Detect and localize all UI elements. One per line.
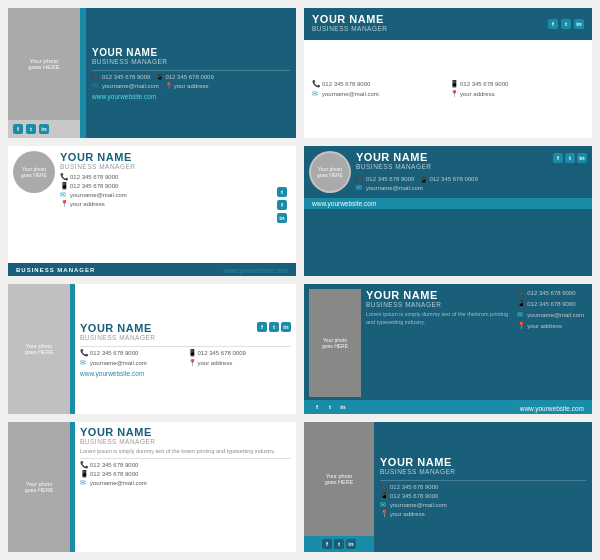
name-3: YOUR NAME	[60, 151, 273, 163]
photo-6: Your photogoes HERE	[309, 289, 361, 397]
name-1: YOUR NAME	[92, 47, 290, 58]
phone1-2: 012 345 678 9000	[322, 81, 370, 87]
lorem-7: Lorem ipsum is simply dummy text of the …	[80, 448, 291, 456]
phone2-8: 012 345 678 9000	[390, 493, 438, 499]
phone2-3: 012 345 678 9000	[70, 183, 118, 189]
photo-4: Your photogoes HERE	[309, 151, 351, 193]
name-7: YOUR NAME	[80, 426, 291, 438]
website-1: www.yourwebsite.com	[92, 93, 290, 100]
facebook-icon-4[interactable]: f	[553, 153, 563, 163]
phone2-1: 012 345 678 0009	[165, 74, 213, 80]
website-3: www.yourwebsite.com	[224, 267, 288, 274]
card-5: Your photogoes HERE YOUR NAME BUSINESS M…	[8, 284, 296, 414]
title-6: BUSINESS MANAGER	[366, 301, 514, 308]
address-2: your address	[460, 91, 495, 97]
facebook-icon-6[interactable]: f	[312, 402, 322, 412]
phone1-4: 012 345 678 9000	[366, 176, 414, 182]
card-4: Your photogoes HERE YOUR NAME BUSINESS M…	[304, 146, 592, 276]
linkedin-icon-1[interactable]: in	[39, 124, 49, 134]
title-4: BUSINESS MANAGER	[356, 163, 432, 170]
twitter-icon-1[interactable]: t	[26, 124, 36, 134]
address-6: your address	[527, 323, 562, 329]
linkedin-icon-3[interactable]: in	[277, 213, 287, 223]
address-1: your address	[174, 83, 209, 89]
title-5: BUSINESS MANAGER	[80, 334, 156, 341]
phone2-6: 012 345 678 9000	[527, 301, 575, 307]
email-2: yourname@mail.com	[322, 91, 379, 97]
facebook-icon-8[interactable]: f	[322, 539, 332, 549]
title-7: BUSINESS MANAGER	[80, 438, 291, 445]
address-5: your address	[198, 360, 233, 366]
address-8: your address	[390, 511, 425, 517]
card-6: Your photogoes HERE YOUR NAME BUSINESS M…	[304, 284, 592, 414]
facebook-icon-5[interactable]: f	[257, 322, 267, 332]
phone1-1: 012 345 678 9000	[102, 74, 150, 80]
phone1-7: 012 345 678 9000	[90, 462, 138, 468]
linkedin-icon-2[interactable]: in	[574, 19, 584, 29]
phone1-6: 012 345 678 9000	[527, 290, 575, 296]
name-8: YOUR NAME	[380, 456, 586, 468]
phone2-2: 012 345 678 9000	[460, 81, 508, 87]
address-3: your address	[70, 201, 105, 207]
linkedin-icon-5[interactable]: in	[281, 322, 291, 332]
card-7: Your photogoes HERE YOUR NAME BUSINESS M…	[8, 422, 296, 552]
photo-1: Your photogoes HERE	[8, 8, 80, 120]
linkedin-icon-6[interactable]: in	[338, 402, 348, 412]
name-5: YOUR NAME	[80, 322, 156, 334]
twitter-icon-6[interactable]: t	[325, 402, 335, 412]
card-grid: Your photogoes HERE f t in YOUR NAME BUS…	[0, 0, 600, 560]
twitter-icon-2[interactable]: t	[561, 19, 571, 29]
email-8: yourname@mail.com	[390, 502, 447, 508]
phone1-5: 012 345 678 9000	[90, 350, 138, 356]
title-1: BUSINESS MANAGER	[92, 58, 290, 65]
card-2: YOUR NAME BUSINESS MANAGER f t in 📞012 3…	[304, 8, 592, 138]
card-3: Your photogoes HERE YOUR NAME BUSINESS M…	[8, 146, 296, 276]
phone1-8: 012 345 678 9000	[390, 484, 438, 490]
facebook-icon-1[interactable]: f	[13, 124, 23, 134]
phone2-5: 012 345 678 0009	[198, 350, 246, 356]
photo-7: Your photogoes HERE	[8, 422, 70, 552]
phone1-3: 012 345 678 9000	[70, 174, 118, 180]
twitter-icon-3[interactable]: t	[277, 187, 287, 197]
lorem-6: Lorem ipsum is simply dummy text of the …	[366, 311, 514, 326]
email-4: yourname@mail.com	[366, 185, 423, 191]
name-2: YOUR NAME	[312, 13, 388, 25]
facebook-icon-2[interactable]: f	[548, 19, 558, 29]
email-3: yourname@mail.com	[70, 192, 127, 198]
title-2: BUSINESS MANAGER	[312, 25, 388, 32]
linkedin-icon-4[interactable]: in	[577, 153, 587, 163]
phone2-7: 012 345 678 9000	[90, 471, 138, 477]
website-5: www.yourwebsite.com	[80, 370, 291, 377]
photo-5: Your photogoes HERE	[8, 284, 70, 414]
photo-8: Your photogoes HERE	[304, 422, 374, 536]
email-5: yourname@mail.com	[90, 360, 147, 366]
email-7: yourname@mail.com	[90, 480, 147, 486]
card-1: Your photogoes HERE f t in YOUR NAME BUS…	[8, 8, 296, 138]
website-6: www.yourwebsite.com	[520, 405, 584, 412]
photo-3: Your photogoes HERE	[13, 151, 55, 193]
card-8: Your photogoes HERE f t in YOUR NAME BUS…	[304, 422, 592, 552]
email-6: yourname@mail.com	[527, 312, 584, 318]
title-3: BUSINESS MANAGER	[60, 163, 273, 170]
linkedin-icon-8[interactable]: in	[346, 539, 356, 549]
facebook-icon-3[interactable]: f	[277, 200, 287, 210]
twitter-icon-5[interactable]: t	[269, 322, 279, 332]
email-1: yourname@mail.com	[102, 83, 159, 89]
twitter-icon-4[interactable]: t	[565, 153, 575, 163]
name-6: YOUR NAME	[366, 289, 514, 301]
twitter-icon-8[interactable]: t	[334, 539, 344, 549]
title-8: BUSINESS MANAGER	[380, 468, 586, 475]
title-bar-3: BUSINESS MANAGER	[16, 267, 95, 273]
website-4: www.yourwebsite.com	[312, 200, 376, 207]
name-4: YOUR NAME	[356, 151, 432, 163]
phone2-4: 012 345 678 0009	[429, 176, 477, 182]
